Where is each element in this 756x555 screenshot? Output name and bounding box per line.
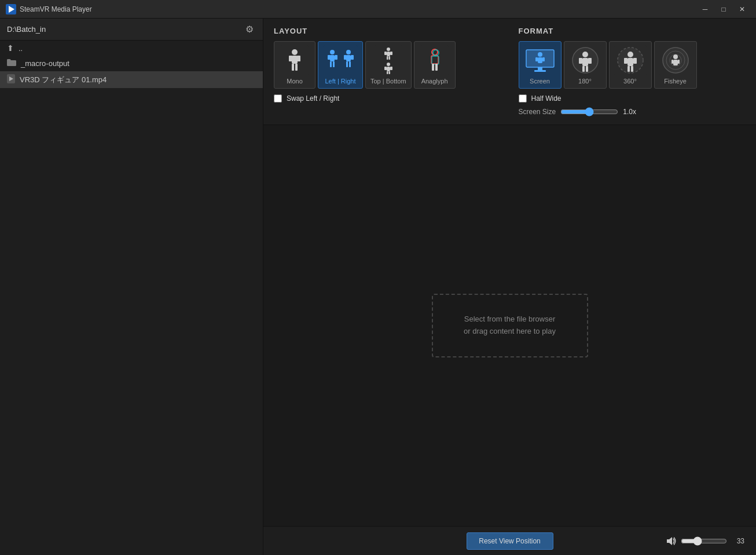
layout-section: LAYOUT Mon bbox=[274, 27, 501, 116]
svg-rect-43 bbox=[435, 64, 438, 71]
svg-rect-26 bbox=[387, 52, 390, 56]
close-button[interactable]: ✕ bbox=[734, 3, 750, 16]
folder-icon bbox=[7, 59, 16, 68]
content-area: Select from the file browser or drag con… bbox=[263, 125, 756, 526]
top-bottom-label: Top | Bottom bbox=[370, 78, 406, 85]
svg-rect-63 bbox=[627, 58, 633, 66]
screen-size-slider[interactable] bbox=[560, 107, 618, 116]
svg-point-31 bbox=[387, 63, 390, 66]
parent-dir-icon: ⬆ bbox=[7, 43, 14, 53]
svg-rect-28 bbox=[390, 52, 392, 55]
svg-rect-30 bbox=[388, 56, 390, 60]
svg-rect-6 bbox=[292, 56, 298, 64]
svg-rect-33 bbox=[384, 67, 387, 70]
volume-value: 33 bbox=[732, 537, 744, 545]
svg-rect-7 bbox=[289, 56, 292, 61]
minimize-button[interactable]: ─ bbox=[697, 3, 713, 16]
360-label: 360° bbox=[623, 78, 637, 85]
controls-area: LAYOUT Mon bbox=[263, 19, 756, 125]
title-bar: SteamVR Media Player ─ □ ✕ bbox=[0, 0, 756, 19]
svg-rect-21 bbox=[351, 55, 354, 60]
svg-rect-14 bbox=[328, 55, 331, 60]
layout-title: LAYOUT bbox=[274, 27, 501, 35]
file-item-video[interactable]: VR3D フィギュア 01.mp4 bbox=[0, 71, 263, 88]
maximize-button[interactable]: □ bbox=[715, 3, 732, 16]
file-item-folder[interactable]: _macro-output bbox=[0, 56, 263, 71]
layout-btn-anaglyph[interactable]: Anaglyph bbox=[414, 41, 456, 89]
svg-rect-59 bbox=[586, 66, 588, 72]
swap-label[interactable]: Swap Left / Right bbox=[287, 94, 339, 103]
layout-btn-mono[interactable]: Mono bbox=[274, 41, 315, 89]
half-wide-checkbox[interactable] bbox=[519, 94, 527, 103]
drop-zone-text: Select from the file browser or drag con… bbox=[464, 313, 556, 338]
svg-rect-27 bbox=[384, 52, 387, 55]
svg-rect-35 bbox=[387, 71, 388, 74]
half-wide-row: Half Wide bbox=[519, 94, 746, 103]
file-list: ⬆ .. _macro-output bbox=[0, 41, 263, 555]
volume-icon-button[interactable] bbox=[666, 536, 676, 546]
svg-rect-15 bbox=[335, 55, 337, 60]
svg-point-18 bbox=[346, 50, 351, 54]
volume-slider[interactable] bbox=[681, 536, 727, 546]
svg-rect-55 bbox=[582, 58, 588, 66]
screen-size-value: 1.0x bbox=[623, 108, 636, 116]
left-right-label: Left | Right bbox=[325, 78, 356, 85]
app-icon bbox=[6, 4, 16, 14]
svg-rect-65 bbox=[633, 58, 637, 64]
format-title: FORMAT bbox=[519, 27, 746, 35]
svg-rect-32 bbox=[387, 67, 390, 71]
screen-size-label: Screen Size bbox=[519, 108, 556, 116]
drop-zone[interactable]: Select from the file browser or drag con… bbox=[432, 294, 588, 357]
swap-row: Swap Left / Right bbox=[274, 94, 501, 103]
format-btn-screen[interactable]: Screen bbox=[519, 41, 562, 89]
format-btn-180[interactable]: 180° bbox=[564, 41, 607, 89]
format-section: FORMAT bbox=[519, 27, 746, 116]
bottom-bar: Reset View Position 33 bbox=[263, 526, 756, 555]
layout-btn-left-right[interactable]: Left | Right bbox=[318, 41, 363, 89]
screen-label: Screen bbox=[530, 78, 550, 85]
svg-rect-13 bbox=[330, 55, 335, 61]
svg-rect-57 bbox=[588, 58, 592, 64]
format-buttons: Screen bbox=[519, 41, 746, 89]
half-wide-label[interactable]: Half Wide bbox=[531, 94, 562, 103]
180-label: 180° bbox=[578, 78, 592, 85]
svg-rect-23 bbox=[349, 61, 351, 67]
video-file-label: VR3D フィギュア 01.mp4 bbox=[20, 75, 107, 85]
mono-label: Mono bbox=[287, 78, 303, 85]
svg-rect-8 bbox=[297, 56, 300, 61]
svg-rect-58 bbox=[582, 66, 585, 72]
file-item-parent[interactable]: ⬆ .. bbox=[0, 41, 263, 56]
svg-rect-64 bbox=[624, 58, 627, 64]
svg-rect-47 bbox=[534, 70, 546, 72]
svg-point-12 bbox=[330, 50, 335, 54]
svg-marker-76 bbox=[667, 537, 672, 545]
svg-rect-20 bbox=[344, 55, 347, 60]
svg-point-5 bbox=[292, 49, 298, 55]
reset-view-button[interactable]: Reset View Position bbox=[467, 532, 553, 550]
svg-rect-51 bbox=[542, 57, 545, 61]
bottom-right-spacer: 33 bbox=[553, 536, 745, 546]
main-layout: D:\Batch_in ⚙ ⬆ .. _macro-output bbox=[0, 19, 756, 555]
svg-rect-73 bbox=[673, 60, 678, 65]
layout-btn-top-bottom[interactable]: Top | Bottom bbox=[365, 41, 412, 89]
folder-label: _macro-output bbox=[21, 59, 69, 68]
svg-rect-11 bbox=[323, 45, 358, 75]
svg-rect-34 bbox=[390, 67, 392, 70]
svg-rect-22 bbox=[346, 61, 348, 67]
window-controls: ─ □ ✕ bbox=[697, 3, 750, 16]
format-btn-fisheye[interactable]: Fisheye bbox=[654, 41, 697, 89]
svg-rect-74 bbox=[671, 60, 673, 64]
svg-rect-67 bbox=[631, 66, 633, 72]
swap-checkbox[interactable] bbox=[274, 94, 282, 103]
right-panel: LAYOUT Mon bbox=[263, 19, 756, 555]
format-btn-360[interactable]: 360° bbox=[609, 41, 652, 89]
svg-point-48 bbox=[538, 52, 542, 57]
settings-gear-icon[interactable]: ⚙ bbox=[243, 23, 256, 36]
video-file-icon bbox=[7, 74, 15, 85]
svg-point-62 bbox=[627, 52, 633, 57]
svg-rect-66 bbox=[627, 66, 630, 72]
svg-rect-29 bbox=[387, 56, 388, 60]
app-title: SteamVR Media Player bbox=[20, 5, 697, 13]
volume-controls: 33 bbox=[666, 536, 744, 546]
svg-rect-42 bbox=[432, 64, 434, 71]
